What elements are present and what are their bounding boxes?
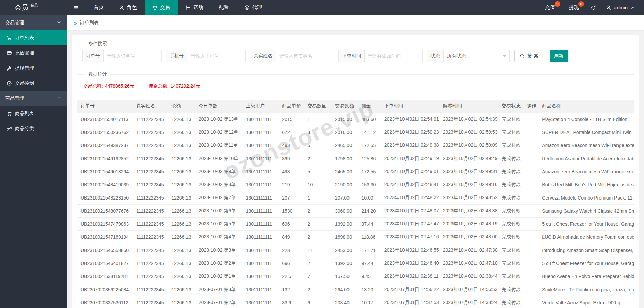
sidebar-item-recharge-management[interactable]: 充值管理 — [0, 45, 67, 60]
table-cell: 493 — [279, 165, 304, 178]
table-cell: 13011111111 — [243, 244, 279, 257]
table-cell: 219 — [279, 178, 304, 191]
sidebar-item-withdraw-management[interactable]: 提现管理 — [0, 60, 67, 76]
table-cell: 11112222345 — [133, 244, 168, 257]
table-cell: Bueno Avena En Polvo Para Preparar Bebid… — [539, 270, 634, 283]
order-no-input[interactable] — [104, 50, 161, 62]
table-cell: 157.50 — [332, 270, 358, 283]
table-cell: 完成付款 — [498, 113, 524, 126]
order-time-input[interactable] — [365, 50, 422, 62]
table-cell: 2023年10月02日 02:48:19 — [440, 218, 498, 231]
dollar-circle-icon: $ — [244, 5, 250, 10]
table-cell: PlayStation 4 Console - 1TB Slim Edition — [539, 113, 634, 126]
table-cell: 完成付款 — [498, 218, 524, 231]
table-cell: 2023-10-02 第3单 — [195, 244, 243, 257]
table-cell: 2023年10月02日 02:47:16 — [381, 231, 440, 244]
nav-item-roles[interactable]: 角色 — [111, 0, 145, 15]
search-button[interactable]: 搜索 — [514, 50, 545, 62]
table-cell: 2023年07月01日 14:37:53 — [381, 296, 440, 308]
nav-item-help[interactable]: 帮助 — [178, 0, 211, 15]
sidebar-item-product-category[interactable]: 商品分类 — [0, 121, 67, 136]
real-name-input[interactable] — [276, 50, 334, 62]
table-cell: 5 cu ft Chest Freezer for Your House, Ga… — [539, 218, 634, 231]
table-cell: Samsung Galaxy Watch 4 Classic 42mm Smar… — [539, 205, 634, 218]
table-cell: 2 — [304, 205, 332, 218]
stats-legend: 数据统计 — [85, 71, 110, 77]
table-row: UB23070203375361121111222234512266.13202… — [77, 296, 634, 308]
hamburger-icon[interactable] — [67, 0, 86, 15]
status-label: 状态 — [427, 50, 444, 62]
table-cell: 13011111111 — [243, 205, 279, 218]
table-cell: 完成付款 — [498, 270, 524, 283]
sidebar-item-label: 提现管理 — [15, 65, 34, 71]
nav-item-home[interactable]: 首页 — [86, 0, 111, 15]
username: admin — [614, 5, 628, 10]
table-cell: 2023年10月02日 02:50:09 — [440, 139, 498, 152]
phone-input[interactable] — [187, 50, 245, 62]
table-cell: 2023-10-02 第1单 — [195, 270, 243, 283]
nav-item-agent[interactable]: $代理 — [236, 0, 270, 15]
table-cell: 203.40 — [332, 296, 358, 308]
sidebar-item-product-list[interactable]: 商品列表 — [0, 106, 67, 121]
nav-item-config[interactable]: 配置 — [211, 0, 236, 15]
table-cell: Introducing Amazon Smart Soap Dispenser,… — [539, 244, 634, 257]
main-menu: 首页角色交易帮助配置$代理 — [86, 0, 270, 15]
table-cell: 1698.00 — [332, 231, 358, 244]
nav-item-label: 代理 — [252, 4, 262, 11]
table-row: UB23100215491928521111222234512266.13202… — [77, 152, 634, 165]
table-cell: 完成付款 — [498, 205, 524, 218]
table-cell — [524, 139, 539, 152]
table-cell: Amazon eero Beacon mesh WiFi range exten… — [539, 139, 634, 152]
table-cell: 172.55 — [358, 139, 381, 152]
sidebar-item-order-list[interactable]: 订单列表 — [0, 30, 67, 45]
person-icon — [606, 5, 611, 10]
sidebar-section-product-management[interactable]: 商品管理 — [0, 91, 67, 106]
sidebar-item-transaction-control[interactable]: 交易控制 — [0, 76, 67, 91]
table-cell: 3 — [304, 126, 332, 139]
refresh-icon[interactable] — [585, 0, 601, 15]
refresh-button[interactable]: 刷新 — [550, 50, 568, 62]
table-cell: 2023-10-02 第12单 — [195, 126, 243, 139]
table-cell: 2023年10月02日 02:49:31 — [440, 165, 498, 178]
table-cell: 12266.13 — [168, 257, 195, 270]
table-cell: 完成付款 — [498, 126, 524, 139]
table-cell: 2 — [304, 231, 332, 244]
table-cell: 11112222345 — [133, 231, 168, 244]
flag-icon — [185, 5, 191, 10]
table-cell: 12266.13 — [168, 191, 195, 205]
table-cell: 12266.13 — [168, 178, 195, 191]
table-cell: UB2310021546558850 — [77, 244, 133, 257]
table-cell: UB2310021548223150 — [77, 191, 133, 205]
table-cell: 2023年10月02日 02:46:40 — [381, 257, 440, 270]
total-trade-amount: 交易总额:4478865.26元 — [83, 83, 135, 89]
recharge-button[interactable]: 充值 0 — [538, 0, 562, 15]
nav-item-trade[interactable]: 交易 — [145, 0, 178, 15]
table-cell: 2023年10月02日 02:49:49 — [440, 152, 498, 165]
brand-logo[interactable]: 会员 会员 — [0, 0, 67, 15]
table-cell: 1530 — [279, 205, 304, 218]
user-menu[interactable]: admin — [601, 0, 644, 15]
table-cell: 完成付款 — [498, 152, 524, 165]
table-cell — [524, 152, 539, 165]
table-cell: 2023-10-02 第11单 — [195, 139, 243, 152]
table-cell: 5 — [304, 139, 332, 152]
table-cell: 2023年10月02日 02:49:38 — [381, 139, 440, 152]
sidebar-item-label: 商品分类 — [15, 126, 34, 132]
order-no-label: 订单号 — [83, 50, 104, 62]
status-select[interactable]: 所有状态 — [444, 50, 509, 62]
table-cell: 118.86 — [358, 231, 381, 244]
table-cell: 13011111111 — [243, 257, 279, 270]
table-cell: 1 — [304, 191, 332, 205]
column-header: 商品名称 — [539, 100, 634, 113]
table-cell — [524, 270, 539, 283]
table-cell: 2023-10-02 第2单 — [195, 257, 243, 270]
navbar-right: 充值 0 提现 0 admin — [538, 0, 644, 15]
table-cell: 3060.00 — [332, 205, 358, 218]
sidebar-section-transaction-management[interactable]: 交易管理 — [0, 15, 67, 30]
table-cell: 9.45 — [358, 270, 381, 283]
table-cell: 2023年07月01日 14:56:22 — [381, 283, 440, 296]
brand-subtitle: 会员 — [30, 3, 38, 8]
withdraw-button[interactable]: 提现 0 — [562, 0, 585, 15]
sidebar-section-label: 商品管理 — [5, 95, 24, 101]
table-cell: 完成付款 — [498, 283, 524, 296]
